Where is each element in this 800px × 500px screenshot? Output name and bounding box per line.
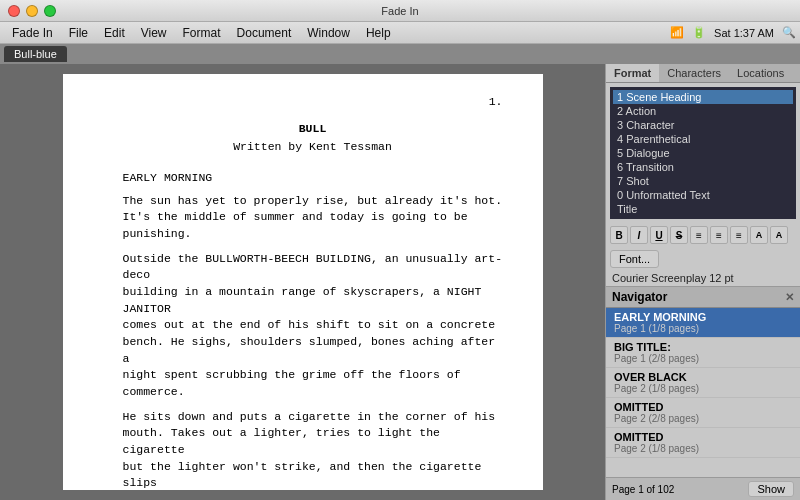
menu-document[interactable]: Document — [229, 24, 300, 42]
navigator-title: Navigator — [612, 290, 667, 304]
nav-item-title-0: EARLY MORNING — [614, 311, 792, 323]
style-shot[interactable]: 7 Shot — [613, 174, 793, 188]
show-button[interactable]: Show — [748, 481, 794, 497]
format-toolbar: B I U S ≡ ≡ ≡ A A — [606, 223, 800, 247]
action-para-2: Outside the BULLWORTH-BEECH BUILDING, an… — [123, 251, 503, 401]
script-area[interactable]: 1. BULL Written by Kent Tessman EARLY MO… — [0, 64, 605, 500]
navigator-panel: Navigator ✕ EARLY MORNING Page 1 (1/8 pa… — [606, 287, 800, 500]
script-title: BULL — [123, 121, 503, 138]
main-layout: 1. BULL Written by Kent Tessman EARLY MO… — [0, 64, 800, 500]
nav-item-sub-0: Page 1 (1/8 pages) — [614, 323, 792, 334]
menu-edit[interactable]: Edit — [96, 24, 133, 42]
window-title: Fade In — [381, 5, 418, 17]
title-bar: Fade In — [0, 0, 800, 22]
color-a-button[interactable]: A — [750, 226, 768, 244]
strikethrough-button[interactable]: S — [670, 226, 688, 244]
menu-format[interactable]: Format — [175, 24, 229, 42]
menu-view[interactable]: View — [133, 24, 175, 42]
nav-item-sub-2: Page 2 (1/8 pages) — [614, 383, 792, 394]
format-panel: Format Characters Locations Other 1 Scen… — [606, 64, 800, 287]
format-tabs: Format Characters Locations Other — [606, 64, 800, 83]
nav-footer-text: Page 1 of 102 — [612, 484, 674, 495]
menu-window[interactable]: Window — [299, 24, 358, 42]
minimize-button[interactable] — [26, 5, 38, 17]
style-list: 1 Scene Heading 2 Action 3 Character 4 P… — [610, 87, 796, 219]
tab-format[interactable]: Format — [606, 64, 659, 82]
align-center-button[interactable]: ≡ — [710, 226, 728, 244]
style-unformatted[interactable]: 0 Unformatted Text — [613, 188, 793, 202]
nav-item-sub-3: Page 2 (2/8 pages) — [614, 413, 792, 424]
nav-footer: Page 1 of 102 Show — [606, 477, 800, 500]
search-icon[interactable]: 🔍 — [782, 26, 796, 39]
scene-heading-early-morning: EARLY MORNING — [123, 170, 503, 187]
navigator-close-icon[interactable]: ✕ — [785, 291, 794, 304]
battery-icon: 🔋 — [692, 26, 706, 39]
script-author: Written by Kent Tessman — [123, 139, 503, 156]
style-character[interactable]: 3 Character — [613, 118, 793, 132]
nav-item-omitted-1[interactable]: OMITTED Page 2 (2/8 pages) — [606, 398, 800, 428]
nav-item-title-4: OMITTED — [614, 431, 792, 443]
clock: Sat 1:37 AM — [714, 27, 774, 39]
menu-bar: Fade In File Edit View Format Document W… — [0, 22, 800, 44]
style-title[interactable]: Title — [613, 202, 793, 216]
maximize-button[interactable] — [44, 5, 56, 17]
menu-file[interactable]: File — [61, 24, 96, 42]
style-parenthetical[interactable]: 4 Parenthetical — [613, 132, 793, 146]
action-para-1: The sun has yet to properly rise, but al… — [123, 193, 503, 243]
menu-fade-in[interactable]: Fade In — [4, 24, 61, 42]
nav-item-sub-1: Page 1 (2/8 pages) — [614, 353, 792, 364]
script-page: 1. BULL Written by Kent Tessman EARLY MO… — [63, 74, 543, 490]
tab-other[interactable]: Other — [792, 64, 800, 82]
doc-tab[interactable]: Bull-blue — [4, 46, 67, 62]
nav-item-early-morning[interactable]: EARLY MORNING Page 1 (1/8 pages) — [606, 308, 800, 338]
nav-item-big-title[interactable]: BIG TITLE: Page 1 (2/8 pages) — [606, 338, 800, 368]
action-para-3: He sits down and puts a cigarette in the… — [123, 409, 503, 490]
nav-item-title-3: OMITTED — [614, 401, 792, 413]
nav-item-title-2: OVER BLACK — [614, 371, 792, 383]
style-scene-heading[interactable]: 1 Scene Heading — [613, 90, 793, 104]
underline-button[interactable]: U — [650, 226, 668, 244]
font-name: Courier Screenplay 12 pt — [606, 270, 800, 286]
style-action[interactable]: 2 Action — [613, 104, 793, 118]
menu-bar-right: 📶 🔋 Sat 1:37 AM 🔍 — [670, 26, 796, 39]
tab-locations[interactable]: Locations — [729, 64, 792, 82]
wifi-icon: 📶 — [670, 26, 684, 39]
italic-button[interactable]: I — [630, 226, 648, 244]
font-button[interactable]: Font... — [610, 250, 659, 268]
window-controls — [8, 5, 56, 17]
navigator-header: Navigator ✕ — [606, 287, 800, 308]
color-b-button[interactable]: A — [770, 226, 788, 244]
nav-item-sub-4: Page 2 (1/8 pages) — [614, 443, 792, 454]
nav-item-title-1: BIG TITLE: — [614, 341, 792, 353]
style-dialogue[interactable]: 5 Dialogue — [613, 146, 793, 160]
doc-tab-bar: Bull-blue — [0, 44, 800, 64]
menu-help[interactable]: Help — [358, 24, 399, 42]
right-panel: Format Characters Locations Other 1 Scen… — [605, 64, 800, 500]
nav-item-over-black[interactable]: OVER BLACK Page 2 (1/8 pages) — [606, 368, 800, 398]
nav-list: EARLY MORNING Page 1 (1/8 pages) BIG TIT… — [606, 308, 800, 477]
align-right-button[interactable]: ≡ — [730, 226, 748, 244]
page-number: 1. — [123, 94, 503, 111]
close-button[interactable] — [8, 5, 20, 17]
nav-item-omitted-2[interactable]: OMITTED Page 2 (1/8 pages) — [606, 428, 800, 458]
align-left-button[interactable]: ≡ — [690, 226, 708, 244]
style-transition[interactable]: 6 Transition — [613, 160, 793, 174]
bold-button[interactable]: B — [610, 226, 628, 244]
tab-characters[interactable]: Characters — [659, 64, 729, 82]
